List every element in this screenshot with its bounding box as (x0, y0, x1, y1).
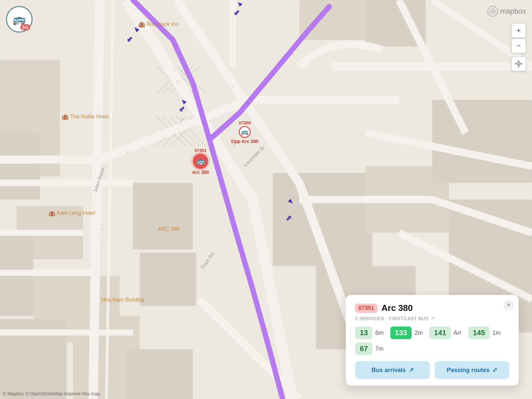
country-badge: SG (20, 24, 30, 30)
svg-text:←: ← (100, 172, 104, 177)
app-icon[interactable]: 🚌 SG (6, 6, 33, 33)
arrivals-grid: 13 6m 133 2m 141 Arr 145 1m 67 7m (355, 327, 509, 355)
arrival-time-133: 2m (414, 330, 423, 336)
zoom-in-button[interactable]: + (511, 23, 526, 38)
svg-text:←: ← (100, 227, 104, 232)
svg-text:↓: ↓ (173, 65, 176, 71)
location-button[interactable] (511, 57, 526, 71)
svg-rect-12 (299, 0, 366, 40)
svg-rect-9 (140, 253, 196, 306)
bus-icon: 🚌 (13, 13, 26, 26)
arrivals-external-icon: ↗ (409, 366, 414, 374)
svg-text:↑: ↑ (231, 84, 233, 89)
popup-header: 07351 Arc 380 (355, 303, 509, 313)
mapbox-logo-text: mapbox (500, 7, 526, 16)
action-buttons: Bus arrivals ↗ Passing routes ⤢ (355, 361, 509, 379)
arrival-13: 13 6m (355, 327, 384, 339)
passing-icon: ⤢ (492, 366, 497, 374)
external-link-icon: ↗ (431, 316, 435, 321)
popup-services-info: 5 SERVICES · FIRST/LAST BUS ↗ (355, 316, 509, 321)
arrival-145: 145 1m (468, 327, 501, 339)
svg-text:↓: ↓ (126, 148, 129, 154)
passing-label: Passing routes (447, 367, 489, 374)
svg-rect-8 (133, 183, 193, 249)
arrival-time-67: 7m (375, 345, 383, 352)
bus-number-13: 13 (355, 327, 372, 339)
bus-arrivals-button[interactable]: Bus arrivals ↗ (355, 361, 430, 379)
mapbox-logo: mapbox (487, 6, 526, 17)
arrival-141: 141 Arr (429, 327, 462, 339)
arrival-time-145: 1m (492, 330, 501, 336)
popup-close-button[interactable]: × (503, 300, 514, 310)
stop-popup: × 07351 Arc 380 5 SERVICES · FIRST/LAST … (346, 295, 519, 386)
services-count: 5 SERVICES (355, 316, 384, 321)
svg-text:↓: ↓ (228, 228, 230, 234)
arrival-133: 133 2m (390, 327, 423, 339)
services-suffix: · FIRST/LAST BUS (386, 316, 429, 321)
bus-number-141: 141 (429, 327, 451, 339)
map-attribution: © Mapbox © OpenStreetMap Improve this ma… (3, 391, 100, 396)
popup-stop-code: 07351 (355, 304, 377, 313)
svg-point-50 (492, 10, 494, 12)
zoom-out-button[interactable]: − (511, 39, 526, 53)
svg-point-51 (517, 63, 520, 65)
svg-text:↓: ↓ (233, 142, 235, 147)
svg-rect-16 (432, 100, 532, 183)
passing-routes-button[interactable]: Passing routes ⤢ (435, 361, 509, 379)
svg-rect-2 (0, 133, 40, 200)
mapbox-logo-icon (487, 6, 498, 17)
arrivals-label: Bus arrivals (371, 367, 406, 374)
popup-stop-name: Arc 380 (381, 303, 413, 313)
arrival-67: 67 7m (355, 342, 384, 355)
map-controls: + − (511, 23, 526, 71)
map-container[interactable]: ⬅ ⬅ → ↓ ↓ ↓ ← ← ↑ ↓ ↓ ⬅ ⬅ mapbox (0, 0, 532, 399)
svg-text:↓: ↓ (176, 78, 179, 84)
bus-number-67: 67 (355, 342, 372, 355)
arrival-time-141: Arr (454, 330, 462, 336)
bus-number-133: 133 (390, 327, 412, 339)
arrival-time-13: 6m (375, 330, 383, 336)
svg-rect-10 (126, 349, 193, 399)
bus-number-145: 145 (468, 327, 490, 339)
